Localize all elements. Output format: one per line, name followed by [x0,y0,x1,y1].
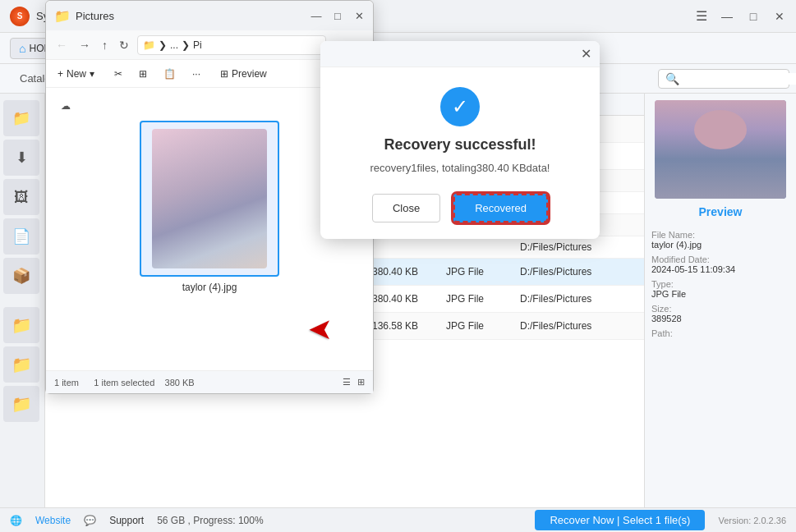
cell-type: JPG File [446,266,520,277]
title-bar-controls: ☰ — □ ✕ [696,8,786,24]
fe-paste-button[interactable]: 📋 [159,66,181,82]
right-panel: Preview File Name: taylor (4).jpg Modifi… [644,94,796,507]
globe-icon: 🌐 [10,515,22,526]
download-icon: ⬇ [16,149,28,167]
rd-close-button[interactable]: Close [372,194,440,222]
fe-copy-button[interactable]: ⊞ [134,66,152,82]
menu-icon[interactable]: ☰ [696,8,707,24]
sidebar: 📁 ⬇ 🖼 📄 📦 📁 📁 📁 [0,94,45,507]
fe-list-view-icon[interactable]: ☰ [343,377,351,388]
app-icon: 📦 [12,267,30,285]
fe-controls: — □ ✕ [311,10,365,21]
bottom-bar: 🌐 Website 💬 Support 56 GB , Progress: 10… [0,507,796,532]
sidebar-item-1[interactable]: 📁 [3,100,39,136]
cloud-icon: ☁ [61,100,71,112]
preview-thumbnail [655,100,786,199]
fe-preview-button[interactable]: ⊞ Preview [215,66,272,82]
cell-type: JPG File [446,293,520,305]
cell-size: 380.40 KB [372,266,446,277]
preview-image [655,100,786,199]
sidebar-item-2[interactable]: ⬇ [3,140,39,176]
recover-now-button[interactable]: Recover Now | Select 1 file(s) [535,510,705,530]
red-arrow: ➤ [308,312,333,346]
plus-icon: + [58,68,63,80]
fe-status-count: 1 item 1 item selected 380 KB [54,378,195,388]
search-icon: 🔍 [665,72,679,85]
app-logo: S [10,7,30,26]
cell-type: JPG File [446,320,520,332]
fe-nav-cloud[interactable]: ☁ [56,98,76,114]
cell-path: D:/Files/Pictures [520,266,637,277]
folder-icon: 📁 [12,109,30,127]
fe-refresh-button[interactable]: ↻ [116,37,132,53]
support-link[interactable]: Support [109,515,144,526]
size-label: Size: [651,304,789,314]
fe-maximize-button[interactable]: □ [332,10,343,21]
cell-path: D:/Files/Pictures [520,320,637,332]
rd-recovered-button[interactable]: Recovered [453,194,548,222]
rd-header: ✕ [320,41,600,67]
path-label: Path: [651,328,789,338]
fe-close-button[interactable]: ✕ [353,10,365,21]
fe-path-arrow: ❯ [159,39,167,51]
fe-grid-view-icon[interactable]: ⊞ [357,377,365,388]
thumbnail-image [152,129,267,268]
fe-nav-strip: ☁ [56,98,363,114]
fe-forward-button[interactable]: → [76,37,94,53]
progress-text: 56 GB , Progress: 100% [157,515,263,526]
rd-success-icon: ✓ [440,87,480,126]
sidebar-item-folder-3[interactable]: 📁 [3,386,39,422]
preview-label: Preview [699,205,743,218]
close-button[interactable]: ✕ [773,10,786,23]
sidebar-item-5[interactable]: 📦 [3,258,39,294]
home-icon: ⌂ [19,42,25,55]
file-name-value: taylor (4).jpg [651,240,789,250]
fe-path-sep: ❯ [182,39,190,51]
modified-value: 2024-05-15 11:09:34 [651,264,789,274]
fe-cut-button[interactable]: ✂ [109,66,127,82]
fe-statusbar: 1 item 1 item selected 380 KB ☰ ⊞ [46,370,373,393]
meta-section: File Name: taylor (4).jpg Modified Date:… [651,225,789,338]
cell-path: D:/Files/Pictures [520,293,637,305]
bottom-left: 🌐 Website 💬 Support 56 GB , Progress: 10… [10,515,264,526]
version-text: Version: 2.0.2.36 [718,516,786,525]
modified-label: Modified Date: [651,255,789,264]
file-thumbnail[interactable] [140,121,279,277]
search-box[interactable]: 🔍 [658,69,789,89]
rd-body: ✓ Recovery successful! recovery1files, t… [320,67,600,239]
fe-title: 📁 Pictures [54,8,114,24]
fe-folder-icon: 📁 [54,8,71,24]
fe-address-icon: 📁 [143,39,155,51]
fe-titlebar: 📁 Pictures — □ ✕ [46,1,373,30]
size-value: 389528 [651,314,789,323]
fe-address-bar[interactable]: 📁 ❯ ... ❯ Pi [137,35,326,55]
minimize-button[interactable]: — [720,10,734,23]
sidebar-item-folder-1[interactable]: 📁 [3,307,39,343]
cell-size: 136.58 KB [372,320,446,332]
type-value: JPG File [651,289,789,299]
fe-back-button[interactable]: ← [53,37,71,53]
fe-minimize-button[interactable]: — [311,10,322,21]
maximize-button[interactable]: □ [747,10,760,23]
cell-size: 380.40 KB [372,293,446,305]
fe-more-button[interactable]: ··· [187,66,205,82]
yellow-folder-icon: 📁 [12,315,32,335]
search-input[interactable] [679,73,796,85]
chevron-icon: ▾ [90,68,94,80]
cell-path: D:/Files/Pictures [520,241,637,253]
rd-message: recovery1files, totaling380.40 KBdata! [370,162,550,174]
sidebar-item-folder-2[interactable]: 📁 [3,346,39,383]
rd-title: Recovery successful! [384,136,536,154]
rd-close-x-button[interactable]: ✕ [581,46,591,62]
file-thumb-label: taylor (4).jpg [182,282,237,293]
fe-address-text: ... [170,39,178,51]
sidebar-item-3[interactable]: 🖼 [3,179,39,215]
file-icon: 📄 [12,227,30,245]
fe-up-button[interactable]: ↑ [99,37,111,53]
website-link[interactable]: Website [35,515,71,526]
sidebar-item-4[interactable]: 📄 [3,218,39,255]
rd-buttons: Close Recovered [372,194,548,222]
fe-new-button[interactable]: + New ▾ [53,66,99,82]
preview-icon: ⊞ [220,68,228,80]
image-icon: 🖼 [14,189,29,206]
